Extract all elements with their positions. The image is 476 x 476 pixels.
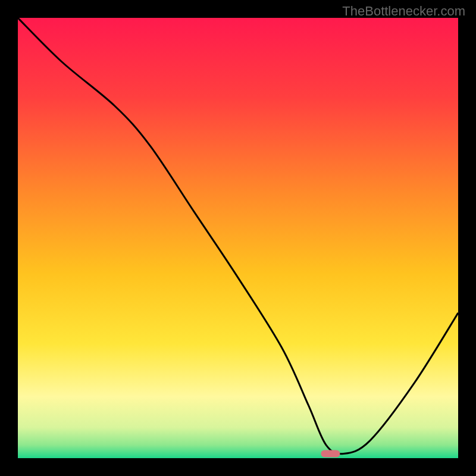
bottleneck-chart	[18, 18, 458, 458]
optimum-marker	[321, 450, 340, 458]
chart-svg	[18, 18, 458, 458]
watermark-text: TheBottlenecker.com	[342, 4, 465, 19]
gradient-background	[18, 18, 458, 458]
